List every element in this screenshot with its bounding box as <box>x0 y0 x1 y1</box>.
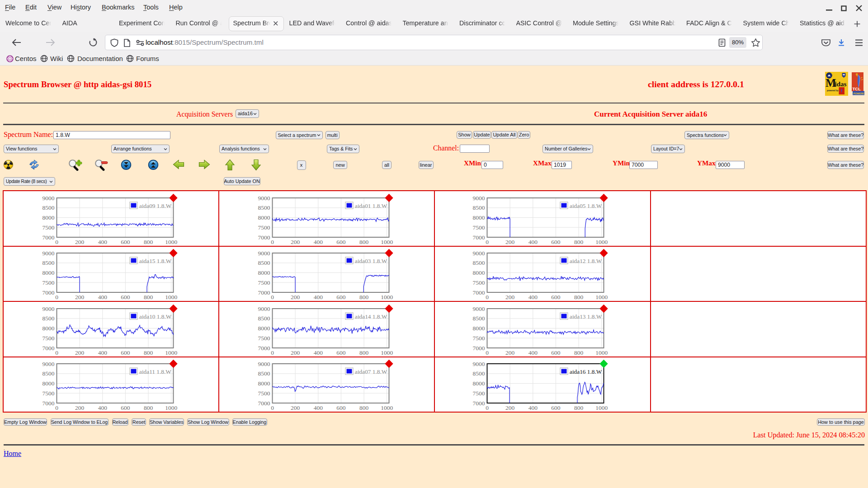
svg-text:400: 400 <box>313 404 323 411</box>
svg-text:8000: 8000 <box>258 269 270 276</box>
svg-text:600: 600 <box>336 404 346 411</box>
svg-text:0: 0 <box>486 294 489 300</box>
svg-text:7500: 7500 <box>473 390 485 397</box>
svg-text:400: 400 <box>98 238 108 245</box>
svg-text:1000: 1000 <box>595 238 608 245</box>
svg-text:600: 600 <box>121 294 130 300</box>
svg-text:1000: 1000 <box>165 349 177 356</box>
svg-text:aida14 1.8.W: aida14 1.8.W <box>355 313 387 319</box>
svg-text:7000: 7000 <box>258 289 270 296</box>
svg-text:800: 800 <box>144 294 153 300</box>
svg-text:8000: 8000 <box>42 214 55 221</box>
svg-text:7500: 7500 <box>42 390 55 397</box>
svg-text:8500: 8500 <box>42 315 55 322</box>
svg-text:600: 600 <box>336 294 346 300</box>
svg-text:8500: 8500 <box>473 259 485 266</box>
svg-text:7500: 7500 <box>473 334 485 341</box>
svg-text:8000: 8000 <box>258 325 270 332</box>
svg-text:600: 600 <box>551 404 561 411</box>
svg-text:600: 600 <box>121 349 130 356</box>
svg-text:800: 800 <box>144 349 153 356</box>
svg-text:7000: 7000 <box>473 289 485 296</box>
svg-text:8500: 8500 <box>42 370 55 377</box>
svg-text:9000: 9000 <box>473 250 485 257</box>
svg-text:1000: 1000 <box>595 404 608 411</box>
svg-text:powered by: powered by <box>827 89 839 92</box>
svg-text:400: 400 <box>528 404 538 411</box>
svg-text:8500: 8500 <box>473 204 485 211</box>
svg-text:7500: 7500 <box>42 334 55 341</box>
svg-text:8000: 8000 <box>42 325 55 332</box>
svg-text:aida01 1.8.W: aida01 1.8.W <box>355 202 387 209</box>
svg-text:600: 600 <box>336 349 346 356</box>
svg-text:aida11 1.8.W: aida11 1.8.W <box>139 368 171 375</box>
svg-text:1000: 1000 <box>595 349 608 356</box>
svg-text:7500: 7500 <box>473 224 485 230</box>
svg-text:600: 600 <box>121 238 130 245</box>
svg-text:400: 400 <box>98 294 108 300</box>
svg-text:400: 400 <box>313 349 323 356</box>
svg-text:8500: 8500 <box>473 370 485 377</box>
svg-text:200: 200 <box>75 404 85 411</box>
svg-text:0: 0 <box>55 349 58 356</box>
svg-text:9000: 9000 <box>42 305 55 312</box>
svg-text:800: 800 <box>574 349 584 356</box>
svg-text:800: 800 <box>359 294 368 300</box>
svg-text:1000: 1000 <box>381 404 393 411</box>
svg-text:aida05 1.8.W: aida05 1.8.W <box>570 202 602 209</box>
svg-text:8500: 8500 <box>258 259 270 266</box>
svg-text:aida12 1.8.W: aida12 1.8.W <box>570 258 602 264</box>
svg-text:600: 600 <box>551 349 561 356</box>
svg-text:400: 400 <box>313 238 323 245</box>
svg-text:7000: 7000 <box>473 344 485 351</box>
svg-text:7500: 7500 <box>473 279 485 286</box>
svg-text:800: 800 <box>574 294 584 300</box>
svg-text:aida15 1.8.W: aida15 1.8.W <box>139 258 172 264</box>
svg-text:9000: 9000 <box>473 305 485 312</box>
svg-text:9000: 9000 <box>42 250 55 257</box>
svg-text:7500: 7500 <box>258 224 270 230</box>
svg-text:1000: 1000 <box>165 404 177 411</box>
svg-text:7000: 7000 <box>258 400 270 407</box>
svg-text:0: 0 <box>271 404 274 411</box>
svg-text:7000: 7000 <box>42 400 55 407</box>
svg-text:8000: 8000 <box>473 325 485 332</box>
svg-text:9000: 9000 <box>473 194 485 201</box>
svg-text:800: 800 <box>574 238 584 245</box>
svg-text:400: 400 <box>528 294 538 300</box>
svg-text:7000: 7000 <box>258 344 270 351</box>
svg-text:200: 200 <box>75 349 85 356</box>
svg-text:9000: 9000 <box>258 361 270 367</box>
svg-text:aida13 1.8.W: aida13 1.8.W <box>570 313 602 319</box>
svg-text:8500: 8500 <box>258 370 270 377</box>
svg-text:7500: 7500 <box>42 224 55 230</box>
svg-text:aida16 1.8.W: aida16 1.8.W <box>570 368 602 375</box>
svg-text:7000: 7000 <box>258 234 270 240</box>
svg-text:1000: 1000 <box>381 238 393 245</box>
svg-text:8000: 8000 <box>473 214 485 221</box>
svg-text:0: 0 <box>486 238 489 245</box>
svg-text:400: 400 <box>313 294 323 300</box>
svg-text:7500: 7500 <box>258 334 270 341</box>
svg-text:9000: 9000 <box>473 361 485 367</box>
svg-text:9000: 9000 <box>258 305 270 312</box>
svg-text:POWERED: POWERED <box>854 92 865 95</box>
svg-text:8500: 8500 <box>258 315 270 322</box>
svg-text:200: 200 <box>290 404 300 411</box>
svg-text:600: 600 <box>551 238 561 245</box>
svg-text:200: 200 <box>290 238 300 245</box>
svg-text:8500: 8500 <box>473 315 485 322</box>
svg-text:800: 800 <box>144 404 153 411</box>
svg-text:8000: 8000 <box>258 380 270 387</box>
svg-text:0: 0 <box>55 294 58 300</box>
svg-text:aida09 1.8.W: aida09 1.8.W <box>139 202 172 209</box>
svg-text:0: 0 <box>271 238 274 245</box>
svg-text:7500: 7500 <box>258 279 270 286</box>
svg-text:800: 800 <box>144 238 153 245</box>
svg-text:9000: 9000 <box>42 194 55 201</box>
svg-text:0: 0 <box>271 349 274 356</box>
svg-text:600: 600 <box>551 294 561 300</box>
svg-text:0: 0 <box>486 404 489 411</box>
svg-text:200: 200 <box>505 294 515 300</box>
svg-text:8000: 8000 <box>473 380 485 387</box>
